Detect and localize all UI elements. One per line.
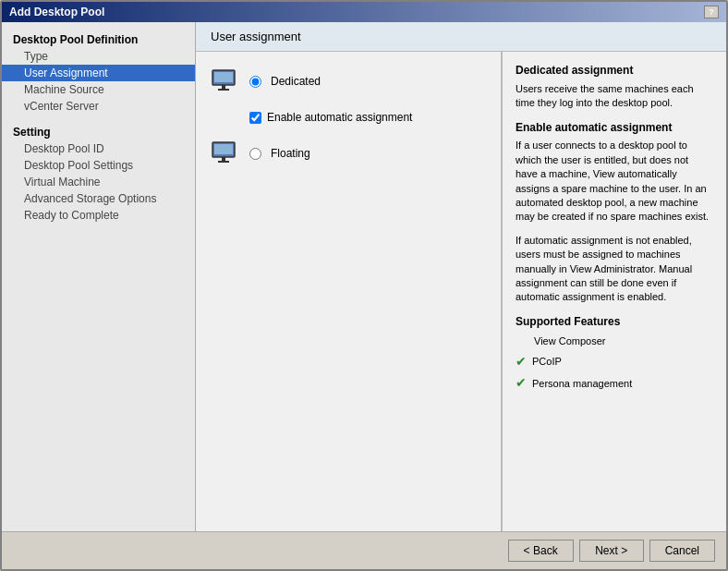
dedicated-help-title: Dedicated assignment <box>516 63 713 79</box>
auto-assign-help-text2: If automatic assignment is not enabled, … <box>516 234 713 305</box>
svg-rect-3 <box>214 72 233 82</box>
help-button[interactable]: ? <box>704 6 719 18</box>
sidebar-section-setting: Setting <box>2 122 195 140</box>
sidebar-section-definition: Desktop Pool Definition <box>2 30 195 48</box>
add-desktop-pool-dialog: Add Desktop Pool ? Desktop Pool Definiti… <box>0 0 728 571</box>
feature-pcoip: ✔ PCoIP <box>516 353 713 371</box>
floating-radio[interactable] <box>249 148 261 160</box>
dedicated-label: Dedicated <box>271 75 321 88</box>
persona-check: ✔ <box>516 374 527 393</box>
dialog-title: Add Desktop Pool <box>9 6 104 18</box>
pcoip-label: PCoIP <box>532 355 562 369</box>
cancel-button[interactable]: Cancel <box>649 540 715 562</box>
auto-assign-row: Enable automatic assignment <box>249 111 486 124</box>
next-button[interactable]: Next > <box>579 540 644 562</box>
svg-rect-1 <box>222 85 225 89</box>
features-title: Supported Features <box>516 314 713 330</box>
view-composer-label: View Composer <box>534 334 605 348</box>
auto-assign-help-title: Enable automatic assignment <box>516 120 713 136</box>
dedicated-help-text: Users receive the same machines each tim… <box>516 82 713 111</box>
feature-persona-management: ✔ Persona management <box>516 374 713 393</box>
dedicated-icon <box>211 67 240 96</box>
sidebar-item-machine-source[interactable]: Machine Source <box>2 81 195 98</box>
sidebar-item-desktop-pool-settings[interactable]: Desktop Pool Settings <box>2 157 195 174</box>
dialog-body: Desktop Pool Definition Type User Assign… <box>2 22 726 531</box>
auto-assign-help-text1: If a user connects to a desktop pool to … <box>516 139 713 224</box>
title-bar: Add Desktop Pool ? <box>2 2 726 22</box>
form-area: Dedicated Enable automatic assignment <box>196 52 501 531</box>
auto-assign-checkbox[interactable] <box>249 112 261 124</box>
svg-rect-6 <box>218 161 229 163</box>
sidebar-item-vcenter-server[interactable]: vCenter Server <box>2 98 195 115</box>
title-bar-buttons: ? <box>704 6 719 18</box>
main-content: User assignment <box>196 22 726 531</box>
main-body: Dedicated Enable automatic assignment <box>196 52 726 531</box>
feature-view-composer: View Composer <box>516 334 713 348</box>
back-button[interactable]: < Back <box>508 540 574 562</box>
dedicated-option-row: Dedicated <box>211 67 486 96</box>
floating-icon <box>211 139 240 168</box>
sidebar-item-ready-to-complete[interactable]: Ready to Complete <box>2 207 195 224</box>
view-composer-check <box>516 334 528 348</box>
dedicated-radio[interactable] <box>249 76 261 88</box>
sidebar-item-advanced-storage[interactable]: Advanced Storage Options <box>2 190 195 207</box>
main-header: User assignment <box>196 22 726 52</box>
sidebar-item-virtual-machine[interactable]: Virtual Machine <box>2 174 195 190</box>
floating-option-row: Floating <box>211 139 486 168</box>
dialog-footer: < Back Next > Cancel <box>2 531 726 569</box>
help-area: Dedicated assignment Users receive the s… <box>503 52 726 531</box>
sidebar-item-user-assignment[interactable]: User Assignment <box>2 65 195 81</box>
svg-rect-2 <box>218 89 229 91</box>
sidebar-item-type[interactable]: Type <box>2 48 195 65</box>
svg-rect-5 <box>222 157 225 161</box>
svg-rect-7 <box>214 144 233 154</box>
persona-label: Persona management <box>532 377 632 391</box>
pcoip-check: ✔ <box>516 353 527 371</box>
auto-assign-label: Enable automatic assignment <box>267 111 412 124</box>
floating-label: Floating <box>271 147 310 160</box>
sidebar-item-desktop-pool-id[interactable]: Desktop Pool ID <box>2 140 195 157</box>
sidebar: Desktop Pool Definition Type User Assign… <box>2 22 196 531</box>
